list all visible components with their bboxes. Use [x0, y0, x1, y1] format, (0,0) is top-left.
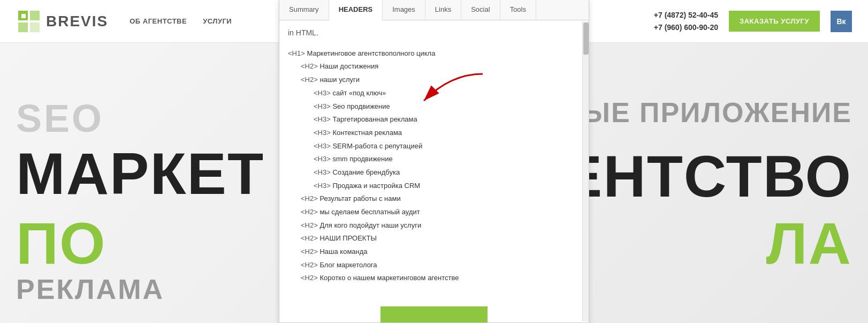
- header-item: <H2> Блог маркетолога: [288, 259, 580, 272]
- nav-item-about[interactable]: ОБ АГЕНТСТВЕ: [130, 17, 187, 25]
- header-item: <H3> smm продвижение: [288, 153, 580, 166]
- bg-seo-text: SEO: [16, 96, 104, 140]
- bg-right-agency: ЕНТСТВО: [563, 142, 852, 210]
- logo-text: BREVIS: [46, 13, 108, 30]
- header-item: <H2> НАШИ ПРОЕКТЫ: [288, 232, 580, 245]
- header-right: +7 (4872) 52-40-45 +7 (960) 600-90-20 ЗА…: [654, 9, 852, 33]
- order-button[interactable]: ЗАКАЗАТЬ УСЛУГУ: [729, 11, 820, 32]
- header-item: <H3> Продажа и настройка CRM: [288, 179, 580, 193]
- seo-panel: Summary HEADERS Images Links Social Tool…: [279, 0, 589, 323]
- header-item: <H2> Коротко о нашем маркетинговом агент…: [288, 272, 580, 285]
- tab-links[interactable]: Links: [425, 0, 461, 20]
- tab-summary[interactable]: Summary: [279, 0, 329, 20]
- logo-icon: [16, 9, 42, 34]
- phone1: +7 (4872) 52-40-45: [654, 9, 718, 21]
- headers-list: <H1> Маркетинговое агентствополного цикл…: [288, 47, 580, 285]
- header-item: <H3> SERM-работа с репутацией: [288, 140, 580, 153]
- header-item: <H2> Наши достижения: [288, 60, 580, 73]
- panel-content[interactable]: in HTML. <H1> Маркетинговое агентствопол…: [279, 20, 589, 322]
- header-item: <H2> Наша команда: [288, 245, 580, 259]
- header-item: <H2> Результат работы с нами: [288, 192, 580, 206]
- svg-rect-3: [30, 22, 40, 32]
- bg-reklama-text: РЕКЛАМА: [16, 273, 164, 305]
- header-item: <H3> сайт «под ключ»: [288, 87, 580, 100]
- tab-headers[interactable]: HEADERS: [329, 0, 383, 20]
- bg-po-text: ПО: [16, 209, 106, 277]
- logo-area: BREVIS: [16, 9, 108, 34]
- header-item: <H2> мы сделаем бесплатный аудит: [288, 206, 580, 219]
- phone2: +7 (960) 600-90-20: [654, 21, 718, 33]
- bg-right-la: ЛА: [766, 209, 852, 277]
- header-item: <H3> Создание брендбука: [288, 166, 580, 179]
- svg-rect-2: [18, 22, 28, 32]
- phone-numbers: +7 (4872) 52-40-45 +7 (960) 600-90-20: [654, 9, 718, 33]
- tabs-bar: Summary HEADERS Images Links Social Tool…: [279, 0, 589, 20]
- header-item: <H3> Seo продвижение: [288, 100, 580, 114]
- nav-item-services[interactable]: УСЛУГИ: [203, 17, 232, 25]
- green-bottom-button[interactable]: [380, 306, 488, 322]
- header-item: <H2> Для кого подойдут наши услуги: [288, 219, 580, 232]
- header-item: <H1> Маркетинговое агентствополного цикл…: [288, 47, 580, 61]
- header-item: <H2> наши услуги: [288, 73, 580, 87]
- bg-market-text: МАРКЕТ: [16, 139, 264, 207]
- tab-tools[interactable]: Tools: [500, 0, 536, 20]
- header-item: <H3> Контекстная реклама: [288, 126, 580, 140]
- tab-images[interactable]: Images: [383, 0, 425, 20]
- panel-top-text: in HTML.: [288, 27, 580, 40]
- svg-rect-4: [21, 14, 26, 18]
- vk-icon: Вк: [836, 17, 846, 26]
- vk-button[interactable]: Вк: [831, 11, 852, 32]
- svg-rect-1: [30, 11, 40, 20]
- tab-social[interactable]: Social: [461, 0, 500, 20]
- header-item: <H3> Таргетированная реклама: [288, 113, 580, 126]
